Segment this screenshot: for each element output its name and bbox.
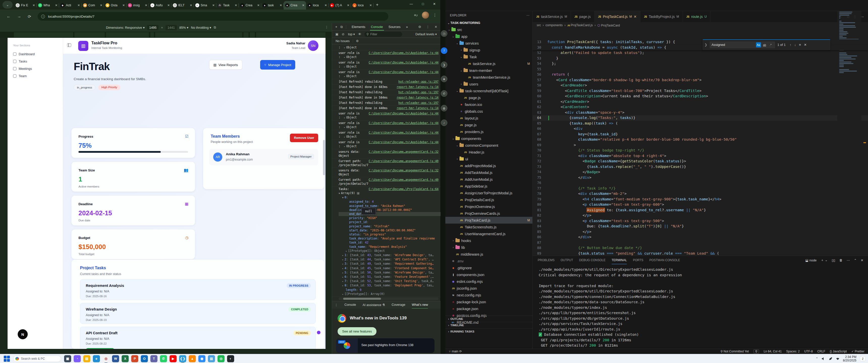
file-Header-js[interactable]: JSHeader.js xyxy=(445,149,532,156)
source-link[interactable]: C:\Users\User\Docume…ts\AppSidebar.js:44 xyxy=(369,140,438,144)
code-line[interactable]: 71 <div className="absolute top-4 right-… xyxy=(533,153,868,159)
taskbar-app-word[interactable]: W xyxy=(112,355,119,362)
file-ProjTaskCard-js[interactable]: JSProjTaskCard.jsM xyxy=(445,217,532,224)
browser-tab[interactable]: ▲loca✕ xyxy=(306,1,329,9)
code-line[interactable]: 69 > xyxy=(533,142,868,148)
code-line[interactable]: 66 <div xyxy=(533,126,868,132)
console-entry[interactable]: Current path:C:\Users\User\Docume…anagem… xyxy=(332,177,440,187)
issues-label[interactable]: No Issues xyxy=(336,39,350,43)
tab-close-icon[interactable]: ✕ xyxy=(55,3,58,7)
git-branch-item[interactable]: ⑂ main ⟳ xyxy=(449,350,462,353)
file-middleware-js[interactable]: JSmiddleware.js xyxy=(445,251,532,258)
taskbar-app-spotify[interactable]: ◎ xyxy=(217,355,224,362)
file--gitignore[interactable]: ◆.gitignore xyxy=(445,264,532,271)
file-globals-css[interactable]: #globals.css xyxy=(445,108,532,115)
tab-close-icon[interactable]: ✕ xyxy=(100,3,102,7)
console-entry[interactable]: usesrs data:C:\Users\User\Docume…anageme… xyxy=(332,168,440,177)
task-card[interactable]: Requirement AnalysisAssigned to: N/ADue:… xyxy=(80,279,316,300)
code-line[interactable]: 87 xyxy=(533,240,868,245)
tab-close-icon[interactable]: ✕ xyxy=(78,3,80,7)
panel-tab-problems[interactable]: PROBLEMS xyxy=(538,258,555,262)
breadcrumb-item[interactable]: src xyxy=(537,24,541,27)
window-control-icon[interactable]: □ xyxy=(422,2,424,6)
code-line[interactable]: 73 {task.status.replace("_", " ").toUppe… xyxy=(533,164,868,170)
task-card[interactable]: API Contract DraftAssigned to: N/ADue: 2… xyxy=(80,327,316,349)
file-AppSidebar-js[interactable]: JSAppSidebar.js xyxy=(445,183,532,190)
wifi-icon[interactable] xyxy=(836,357,839,360)
file-page-js[interactable]: JSpage.js xyxy=(445,94,532,101)
console-entry[interactable]: user role isC:\Users\User\Docume…ts\AppS… xyxy=(332,140,440,149)
file-AddUserModal-js[interactable]: JSAddUserModal.js xyxy=(445,176,532,183)
file-addProjectModal-js[interactable]: JSaddProjectModal.js xyxy=(445,162,532,169)
dimensions-label[interactable]: Dimensions: Responsive ▾ xyxy=(106,26,145,30)
folder-signup[interactable]: ›signup xyxy=(445,46,532,54)
extension-icon[interactable]: ◈ xyxy=(441,76,447,82)
taskbar-app-github[interactable]: ◐ xyxy=(227,355,234,362)
source-link[interactable]: hot-reloader-app.js:197 xyxy=(398,80,438,84)
breadcrumb-item[interactable]: ⬡ ProjTaskCard xyxy=(597,24,620,27)
section-timeline[interactable]: › TIMELINE xyxy=(445,322,532,328)
code-line[interactable]: 52 alert("Failed to update task status")… xyxy=(533,50,868,56)
taskbar-search[interactable]: Search web & PC xyxy=(13,356,61,362)
code-line[interactable]: 79 <h4 className="font-medium text-gray-… xyxy=(533,197,868,202)
clear-console-icon[interactable]: ⊘ xyxy=(342,32,344,36)
file-jsconfig-json[interactable]: JSjsconfig.json xyxy=(445,285,532,292)
tab-close-icon[interactable]: ✕ xyxy=(324,3,327,7)
file-ProjectOverview-js[interactable]: JSProjectOverview.js xyxy=(445,203,532,210)
explorer-actions-icon[interactable]: ⋯ xyxy=(526,13,529,17)
source-link[interactable]: report-hmr-latency.js:14 xyxy=(397,96,438,100)
taskbar-app-powerpoint[interactable]: P xyxy=(131,355,138,362)
editor-tab-route-js[interactable]: JSroute.jsU xyxy=(683,11,711,22)
devtools-tab-elements[interactable]: Elements xyxy=(352,25,365,29)
tab-close-icon[interactable]: ✕ xyxy=(302,3,305,7)
devtools-menu-icon[interactable]: ⋮ xyxy=(426,25,430,29)
file-AssignUserToProjectModal-js[interactable]: JSAssignUserToProjectModal.js xyxy=(445,190,532,196)
console-entry[interactable]: [Fast Refresh] rebuildinghot-reloader-ap… xyxy=(332,90,440,95)
source-link[interactable]: hot-reloader-app.js:197 xyxy=(398,101,438,105)
folder-Task[interactable]: ⌄Task xyxy=(445,54,532,60)
code-editor[interactable]: 13function ProjTaskCard({ tasks: initial… xyxy=(533,39,868,256)
find-input[interactable]: Assigned Aa ab .* xyxy=(710,42,775,48)
console-hscrollbar[interactable] xyxy=(339,297,438,300)
drawer-tab-coverage[interactable]: Coverage xyxy=(392,303,405,307)
taskbar-app-edge[interactable]: e xyxy=(93,355,100,362)
code-line[interactable]: 77 {/* Task info */} xyxy=(533,186,868,191)
taskbar-clock[interactable]: 2:34 PM8/20/2025 xyxy=(843,355,857,362)
browser-tab[interactable]: ⓘIELT✕ xyxy=(171,1,194,9)
code-line[interactable]: 57 <Card className="border-0 shadow-lg b… xyxy=(533,77,868,83)
status-item-not-committed-yet[interactable]: ⚲ Not Committed Yet xyxy=(720,350,749,353)
file-eslint-config-mjs[interactable]: ◉eslint.config.mjs xyxy=(445,278,532,285)
manage-project-button[interactable]: ⑂Manage Project xyxy=(260,60,295,70)
code-line[interactable]: 86 </div> xyxy=(533,234,868,240)
taskbar-app-zoom[interactable]: ◉ xyxy=(198,355,206,362)
devtools-tab-sources[interactable]: Sources xyxy=(389,25,401,29)
tab-close-icon[interactable]: ✕ xyxy=(633,14,637,19)
source-link[interactable]: C:\Users\User\Docume…ts\AppSidebar.js:44 xyxy=(369,131,438,135)
file-package-json[interactable]: npackage.json xyxy=(445,305,532,312)
code-line[interactable]: 54 }; xyxy=(533,61,868,67)
editor-tab-page-js[interactable]: JSpage.js xyxy=(571,11,594,22)
tab-close-icon[interactable]: ✕ xyxy=(122,3,125,7)
code-line[interactable]: 63 <div className="space-y-4"> xyxy=(533,110,868,116)
section-outline[interactable]: › OUTLINE xyxy=(445,316,532,322)
link-icon[interactable]: ⧉ xyxy=(214,26,216,30)
nextjs-dev-button[interactable]: N xyxy=(18,329,28,339)
console-entry[interactable]: [Fast Refresh] done in 440msreport-hmr-l… xyxy=(332,106,440,111)
browser-tab[interactable]: 🔥loca✕ xyxy=(351,1,373,9)
file-components-json[interactable]: ∥components.json xyxy=(445,271,532,278)
console-entry[interactable]: user role isC:\Users\User\Docume…ts\AppS… xyxy=(332,130,440,140)
kill-terminal-icon[interactable]: 🗑 xyxy=(839,258,842,262)
window-control-icon[interactable]: ✕ xyxy=(433,2,436,6)
file-providers-js[interactable]: JSproviders.js xyxy=(445,128,532,135)
throttling-select[interactable]: No throttling ▾ xyxy=(191,26,211,30)
folder-lib[interactable]: ›lib xyxy=(445,244,532,251)
editor-tab-TaskByProject-js[interactable]: JSTaskByProject.jsM xyxy=(641,11,683,22)
drawer-tab-what-s-new[interactable]: What's new xyxy=(412,303,428,307)
sidebar-item-tasks[interactable]: Tasks xyxy=(7,58,63,65)
console-entry-tasks[interactable]: Tasks:C:\Users\User\Docume…\ProjTaskCard… xyxy=(332,187,440,297)
taskbar-app-chrome[interactable]: ◎ xyxy=(102,355,110,362)
volume-icon[interactable] xyxy=(822,357,825,360)
tab-close-icon[interactable]: ✕ xyxy=(257,3,260,7)
code-line[interactable]: 53 } xyxy=(533,56,868,61)
terminal-output[interactable]: ./node_modules/typeorm/util/DirectoryExp… xyxy=(539,267,866,347)
